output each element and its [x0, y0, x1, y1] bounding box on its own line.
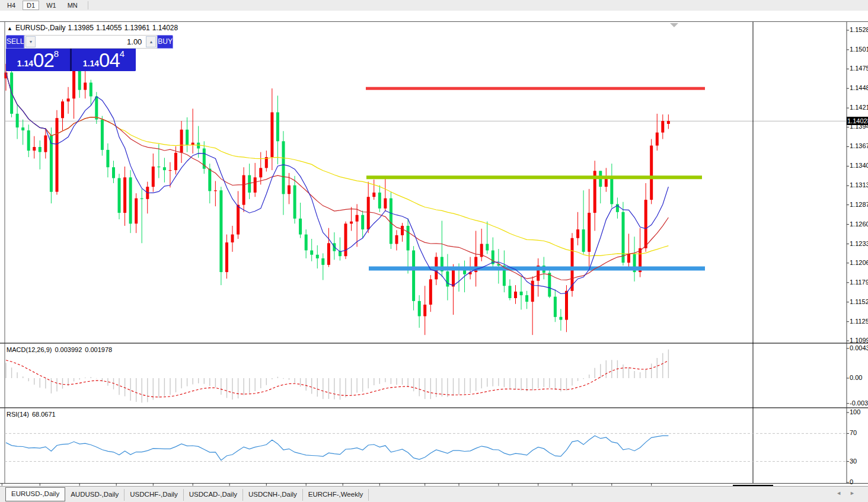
chart-tab[interactable]: EURCHF-,Weekly	[303, 489, 369, 501]
tab-scroll-arrows: ◄►	[836, 490, 863, 496]
price-axis-label: 1.14750	[850, 65, 868, 72]
rsi-axis-label: 100	[850, 408, 860, 415]
sell-price-display[interactable]: 1.14 02 8	[6, 49, 70, 71]
price-axis-label: 1.11795	[850, 279, 868, 286]
rsi-axis-label: 0	[850, 478, 853, 485]
symbol-label: EURUSD-,Daily	[15, 24, 66, 32]
rsi-value: 68.0671	[32, 411, 56, 418]
tab-scroll-right-icon[interactable]: ►	[850, 490, 863, 496]
volume-decrease-icon[interactable]: ▼	[25, 36, 36, 47]
macd-value: 0.003992	[55, 346, 82, 353]
volume-increase-icon[interactable]: ▲	[146, 36, 156, 47]
price-axis-label: 1.13675	[850, 142, 868, 149]
price-axis-label: 1.13135	[850, 181, 868, 188]
price-axis-label: 1.12600	[850, 220, 868, 228]
rsi-label: RSI(14)68.0671	[7, 411, 59, 418]
price-axis-label: 1.10990	[850, 337, 868, 344]
timeframe-button-h4[interactable]: H4	[3, 1, 20, 10]
tab-scroll-left-icon[interactable]: ◄	[836, 490, 850, 496]
price-axis-label: 1.12870	[850, 201, 868, 208]
chart-window: ▲EURUSD-,Daily1.139851.140551.139611.140…	[0, 11, 868, 486]
timeframe-button-mn[interactable]: MN	[63, 1, 82, 10]
chart-tab[interactable]: USDCHF-,Daily	[125, 489, 184, 501]
one-click-trading-panel: SELL ▼ ▲ BUY 1.14 02 8 1.14 04 4	[6, 35, 136, 71]
sell-button[interactable]: SELL	[6, 35, 24, 49]
timeframe-toolbar: H4D1W1MN	[0, 0, 868, 11]
price-axis-label: 1.11525	[850, 298, 868, 305]
chart-header: ▲EURUSD-,Daily1.139851.140551.139611.140…	[7, 24, 180, 32]
price-axis-label: 1.12330	[850, 240, 868, 247]
timeframe-button-w1[interactable]: W1	[42, 1, 60, 10]
toolbar-separator	[88, 1, 88, 9]
price-axis-label: 1.13405	[850, 162, 868, 169]
volume-input[interactable]	[36, 37, 145, 47]
price-axis-label: 1.14210	[850, 104, 868, 111]
rsi-name: RSI(14)	[7, 411, 29, 418]
macd-signal-value: 0.001978	[85, 346, 112, 353]
macd-axis-label: 0.00	[850, 374, 862, 381]
price-axis-label: 1.12065	[850, 259, 868, 266]
macd-label: MACD(12,26,9)0.0039920.001978	[7, 346, 115, 353]
chart-tab[interactable]: EURUSD-,Daily	[5, 487, 65, 501]
macd-axis-label: 0.004359	[850, 344, 868, 351]
buy-price-main: 04	[99, 52, 120, 69]
chart-canvas[interactable]	[0, 11, 868, 502]
window-icon: ▲	[7, 25, 12, 31]
timeframe-button-d1[interactable]: D1	[23, 1, 39, 10]
current-price-label: 1.14028	[847, 117, 868, 125]
buy-price-prefix: 1.14	[83, 57, 99, 69]
sell-price-pip: 8	[54, 50, 59, 57]
chart-tab-bar: EURUSD-,DailyAUDUSD-,DailyUSDCHF-,DailyU…	[0, 486, 868, 502]
macd-name: MACD(12,26,9)	[7, 346, 52, 353]
rsi-axis-label: 70	[850, 429, 857, 436]
ohlc-high: 1.14055	[96, 24, 122, 32]
sell-price-prefix: 1.14	[17, 57, 33, 69]
ohlc-low: 1.13961	[124, 24, 149, 32]
price-axis-label: 1.15285	[850, 26, 868, 33]
sell-price-main: 02	[33, 52, 54, 69]
buy-button[interactable]: BUY	[157, 35, 173, 49]
price-axis-label: 1.14480	[850, 84, 868, 91]
macd-axis-label: -0.00371	[850, 399, 868, 407]
rsi-axis-label: 30	[850, 458, 857, 465]
chart-tab[interactable]: USDCNH-,Daily	[243, 489, 303, 501]
chart-tab[interactable]: AUDUSD-,Daily	[65, 489, 125, 501]
ohlc-close: 1.14028	[152, 24, 178, 32]
price-axis-label: 1.11255	[850, 318, 868, 325]
price-axis-label: 1.15015	[850, 46, 868, 53]
volume-spinner: ▼ ▲	[24, 35, 157, 49]
ohlc-open: 1.13985	[68, 24, 94, 32]
buy-price-display[interactable]: 1.14 04 4	[72, 49, 136, 71]
chart-tab[interactable]: USDCAD-,Daily	[184, 489, 243, 501]
buy-price-pip: 4	[120, 50, 125, 57]
mt4-window: H4D1W1MN ▲EURUSD-,Daily1.139851.140551.1…	[0, 0, 868, 502]
